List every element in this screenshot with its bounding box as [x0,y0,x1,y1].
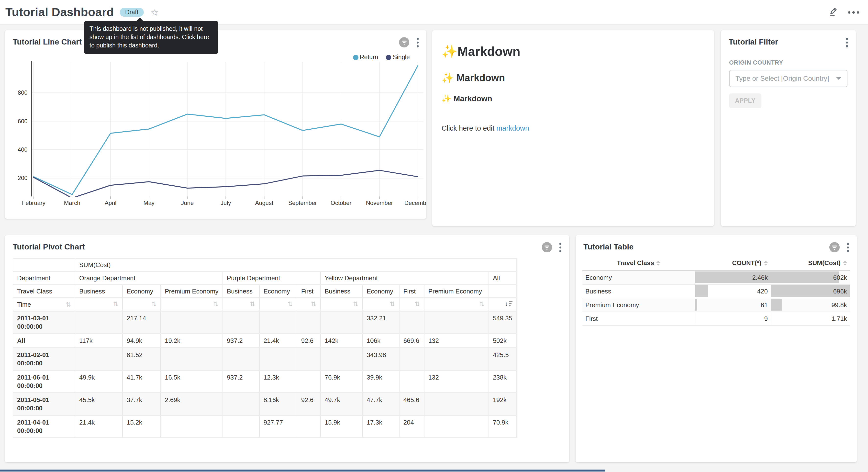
cell-bar [771,271,839,283]
tooltip-arrow [136,18,144,22]
pivot-sort-cell: ⇅ [399,298,424,311]
sort-icon[interactable]: ⇅ [390,301,395,307]
pivot-cell [399,370,424,392]
kebab-menu-icon[interactable] [415,37,420,48]
pivot-cell: 92.6 [297,333,320,348]
pivot-cell: 21.4k [75,415,123,438]
pivot-cell: 39.9k [363,370,399,392]
sort-icon[interactable]: ⇅ [65,301,71,307]
filter-kebab-menu-icon[interactable] [845,37,849,48]
chevron-down-icon [836,77,841,80]
edit-dashboard-icon[interactable] [828,7,838,17]
sort-icon[interactable]: ⇅ [213,301,219,307]
pivot-cell [297,370,320,392]
pivot-cell: 117k [75,333,123,348]
pivot-group-header: Orange Department [75,271,223,285]
pivot-cell: 937.2 [223,333,259,348]
more-menu-icon[interactable] [848,11,859,13]
pivot-cell [259,348,297,370]
markdown-h2: ✨ Markdown [441,72,704,84]
origin-country-select[interactable]: Type or Select [Origin Country] [729,70,847,87]
sort-icon[interactable] [764,261,768,266]
table-cell-count: 2.46k [695,270,771,284]
pivot-cell: 12.3k [259,370,297,392]
kebab-menu-icon[interactable] [558,242,562,253]
table-cell-travel-class: First [582,312,695,325]
pivot-table: SUM(Cost)DepartmentOrange DepartmentPurp… [5,253,569,438]
pivot-row-label: 2011-06-01 00:00:00 [13,370,75,392]
pivot-cell [259,311,297,333]
pivot-cell [223,415,259,438]
sort-icon[interactable] [656,261,660,266]
table-cell-travel-class: Economy [582,270,695,284]
table-card-header: Tutorial Table [576,235,857,253]
single-legend-dot [386,55,392,60]
pivot-cell: 37.7k [123,392,161,415]
sort-icon[interactable]: ⇅ [311,301,316,307]
y-axis-label: 600 [18,118,28,124]
sort-icon[interactable]: ⇅ [287,301,293,307]
pivot-row: 2011-05-01 00:00:0045.5k37.7k2.69k8.16k9… [13,392,517,415]
pivot-chart-title: Tutorial Pivot Chart [13,242,85,253]
pivot-row-label: 2011-04-01 00:00:00 [13,415,75,438]
draft-status-badge[interactable]: Draft [120,8,144,17]
sort-icon[interactable]: ⇅ [151,301,156,307]
line-chart-title: Tutorial Line Chart [13,37,82,48]
chart-legend: Return Single [353,54,410,61]
cross-filter-icon[interactable] [829,242,840,253]
sort-icon[interactable]: ⇅ [250,301,255,307]
pivot-cell: 92.6 [297,392,320,415]
pivot-cell [399,348,424,370]
favorite-star-icon[interactable]: ☆ [151,7,159,17]
pivot-cell: 15.2k [123,415,161,438]
bottom-accent-line [0,470,605,472]
pivot-cell: 49.9k [75,370,123,392]
x-axis-label: March [64,200,81,206]
pivot-row-label: 2011-05-01 00:00:00 [13,392,75,415]
dashboard-page: Tutorial Dashboard Draft ☆ This dashboar… [0,0,868,472]
pivot-cell: 669.6 [399,333,424,348]
sort-icon[interactable]: ⇅ [479,301,485,307]
col-header-travel-class[interactable]: Travel Class [582,256,695,270]
legend-item-single[interactable]: Single [386,54,410,61]
pivot-sort-cell: ⇅ [161,298,223,311]
pivot-row: 2011-02-01 00:00:0081.52343.98425.5 [13,348,517,370]
legend-item-return[interactable]: Return [353,54,378,61]
table-cell-travel-class: Premium Economy [582,298,695,312]
pivot-travel-class-label: Travel Class [13,285,75,298]
table-row[interactable]: Business420696k [582,284,850,298]
x-axis-label: June [181,200,194,206]
table-row[interactable]: Economy2.46k602k [582,270,850,284]
pivot-cell: 2.69k [161,392,223,415]
pivot-cell: 106k [363,333,399,348]
table-cell-sum: 99.8k [771,298,850,312]
table-row[interactable]: First91.71k [582,312,850,325]
sort-icon[interactable]: ↓ [505,301,512,306]
sort-icon[interactable]: ⇅ [353,301,359,307]
col-header-count[interactable]: COUNT(*) [695,256,771,270]
markdown-edit-link[interactable]: markdown [496,124,529,132]
filter-card-title: Tutorial Filter [728,37,778,48]
table-row[interactable]: Premium Economy6199.8k [582,298,850,312]
sort-icon[interactable] [843,261,847,266]
apply-button[interactable]: APPLY [729,93,762,108]
cross-filter-icon[interactable] [541,242,552,253]
pivot-cell: 238k [489,370,517,392]
sort-icon[interactable]: ⇅ [113,301,118,307]
pivot-row: All117k94.9k19.2k937.221.4k92.6142k106k6… [13,333,517,348]
pivot-row: 2011-03-01 00:00:00217.14332.21549.35 [13,311,517,333]
table-cell-count: 61 [695,298,771,312]
pivot-cell: 192k [489,392,517,415]
pivot-cell: 502k [489,333,517,348]
table-title: Tutorial Table [583,242,633,253]
sort-icon[interactable]: ⇅ [415,301,420,307]
table-cell-travel-class: Business [582,284,695,298]
select-placeholder: Type or Select [Origin Country] [736,75,833,82]
pivot-cell: 927.77 [259,415,297,438]
x-axis-label: April [105,200,116,206]
col-header-sum-cost[interactable]: SUM(Cost) [771,256,850,270]
x-axis-label: November [366,200,393,206]
kebab-menu-icon[interactable] [846,242,850,253]
cross-filter-icon[interactable] [398,37,409,48]
pivot-col-header: Premium Economy [161,285,223,298]
